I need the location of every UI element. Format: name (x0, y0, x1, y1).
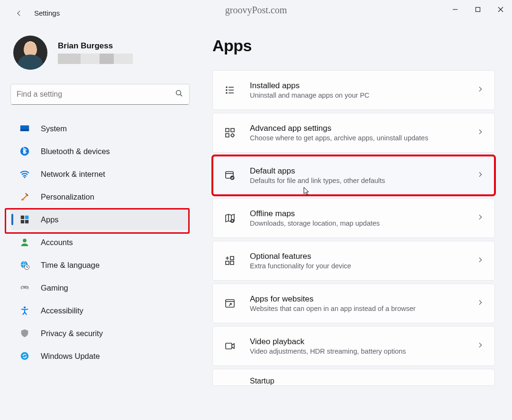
sidebar-item-label: Network & internet (41, 170, 105, 179)
page-heading: Apps (212, 37, 495, 55)
svg-rect-27 (226, 128, 229, 132)
sidebar-item-apps[interactable]: Apps (10, 209, 190, 230)
chevron-right-icon (476, 341, 484, 351)
chevron-right-icon (476, 256, 484, 265)
svg-rect-28 (231, 128, 234, 132)
card-optional-features[interactable]: Optional featuresExtra functionality for… (212, 241, 495, 281)
apps-icon (19, 214, 30, 225)
card-title: Video playback (250, 337, 463, 347)
svg-rect-37 (230, 261, 234, 265)
search-input[interactable] (17, 90, 175, 99)
card-title: Apps for websites (250, 294, 463, 304)
sidebar-item-gaming[interactable]: Gaming (10, 277, 190, 298)
list-icon (223, 83, 237, 97)
svg-point-20 (21, 352, 29, 360)
shield-icon (19, 328, 30, 339)
person-icon (19, 237, 30, 248)
video-icon (223, 339, 237, 353)
sidebar-item-label: System (41, 124, 67, 133)
card-installed-apps[interactable]: Installed appsUninstall and manage apps … (212, 70, 495, 110)
window-launch-icon (223, 297, 237, 310)
globe-clock-icon (19, 259, 30, 271)
card-title: Default apps (250, 166, 463, 176)
bluetooth-icon (19, 146, 30, 157)
svg-rect-40 (226, 343, 232, 349)
svg-point-25 (226, 92, 227, 93)
window-title: Settings (34, 9, 60, 17)
sidebar: Brian Burgess System Bluetooth & devices (0, 26, 199, 386)
search-box[interactable] (10, 84, 190, 105)
svg-point-4 (176, 91, 181, 95)
gamepad-icon (19, 282, 30, 293)
svg-point-19 (24, 306, 26, 308)
user-name: Brian Burgess (58, 41, 133, 51)
svg-rect-12 (21, 220, 24, 223)
card-subtitle: Video adjustments, HDR streaming, batter… (250, 347, 463, 355)
nav-list: System Bluetooth & devices Network & int… (10, 118, 190, 366)
grid-plus-icon (223, 254, 237, 267)
sidebar-item-label: Windows Update (41, 352, 100, 361)
sidebar-item-privacy[interactable]: Privacy & security (10, 323, 190, 344)
chevron-right-icon (476, 299, 484, 308)
startup-icon (223, 377, 237, 386)
sidebar-item-update[interactable]: Windows Update (10, 346, 190, 366)
svg-rect-10 (21, 216, 24, 219)
maximize-button[interactable] (466, 0, 489, 19)
card-startup[interactable]: Startup (212, 369, 495, 386)
user-email-redacted (58, 54, 133, 64)
card-apps-for-websites[interactable]: Apps for websitesWebsites that can open … (212, 283, 495, 323)
svg-rect-7 (20, 129, 29, 131)
avatar (13, 36, 47, 70)
search-icon (175, 89, 183, 100)
chevron-right-icon (476, 171, 484, 180)
sidebar-item-accessibility[interactable]: Accessibility (10, 300, 190, 321)
card-title: Offline maps (250, 209, 463, 219)
sidebar-item-label: Apps (41, 215, 59, 224)
card-subtitle: Extra functionality for your device (250, 262, 463, 270)
grid-gear-icon (223, 126, 237, 139)
sidebar-item-time[interactable]: Time & language (10, 255, 190, 275)
close-button[interactable] (489, 0, 512, 19)
sidebar-item-accounts[interactable]: Accounts (10, 232, 190, 253)
sidebar-item-label: Personalization (41, 192, 94, 201)
main-panel: Apps Installed appsUninstall and manage … (199, 26, 512, 386)
sidebar-item-system[interactable]: System (10, 118, 190, 139)
card-subtitle: Choose where to get apps, archive apps, … (250, 134, 463, 142)
svg-point-18 (27, 288, 28, 289)
wifi-icon (19, 168, 30, 180)
card-title: Startup (250, 377, 484, 385)
card-title: Advanced app settings (250, 124, 463, 133)
back-button[interactable] (13, 8, 25, 19)
card-offline-maps[interactable]: Offline mapsDownloads, storage location,… (212, 198, 495, 238)
svg-rect-1 (476, 8, 480, 12)
sidebar-item-network[interactable]: Network & internet (10, 164, 190, 184)
svg-point-30 (231, 134, 234, 137)
settings-window: Settings groovyPost.com Brian Burgess (0, 0, 512, 420)
svg-rect-13 (25, 220, 28, 223)
minimize-button[interactable] (444, 0, 466, 19)
card-video-playback[interactable]: Video playbackVideo adjustments, HDR str… (212, 326, 495, 366)
sidebar-item-label: Time & language (41, 261, 100, 270)
svg-rect-36 (230, 256, 234, 260)
sidebar-item-label: Privacy & security (41, 329, 103, 338)
card-advanced-app-settings[interactable]: Advanced app settingsChoose where to get… (212, 113, 495, 153)
update-icon (19, 350, 30, 362)
sidebar-item-personalization[interactable]: Personalization (10, 186, 190, 207)
sidebar-item-label: Accounts (41, 238, 73, 247)
card-default-apps[interactable]: Default appsDefaults for file and link t… (212, 155, 495, 195)
sidebar-item-label: Bluetooth & devices (41, 147, 110, 156)
chevron-right-icon (476, 128, 484, 137)
svg-point-23 (226, 90, 227, 91)
card-title: Installed apps (250, 81, 463, 91)
svg-point-21 (226, 87, 227, 88)
svg-rect-35 (226, 261, 229, 265)
accessibility-icon (19, 305, 30, 316)
sidebar-item-bluetooth[interactable]: Bluetooth & devices (10, 141, 190, 162)
watermark-text: groovyPost.com (225, 5, 287, 16)
user-block[interactable]: Brian Burgess (10, 36, 190, 70)
card-title: Optional features (250, 252, 463, 261)
card-subtitle: Defaults for file and link types, other … (250, 177, 463, 184)
window-controls (444, 0, 512, 19)
svg-line-5 (180, 94, 182, 96)
svg-point-14 (23, 238, 27, 242)
